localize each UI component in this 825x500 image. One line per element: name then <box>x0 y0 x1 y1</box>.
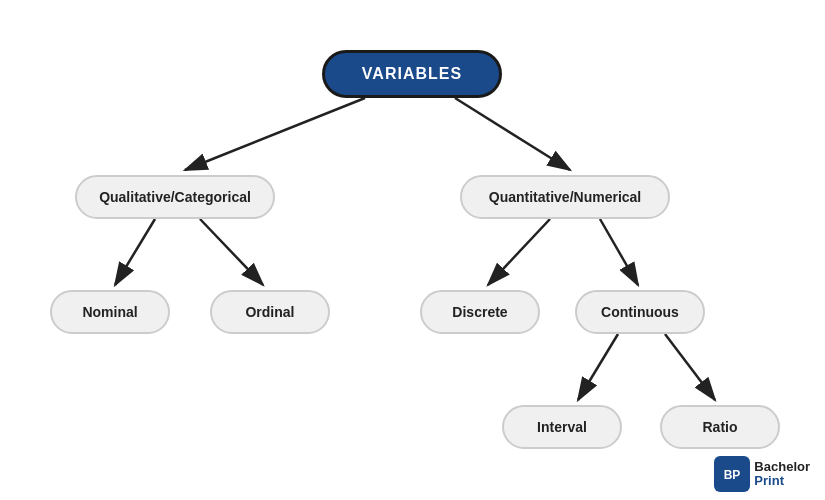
node-continuous: Continuous <box>575 290 705 334</box>
logo-text: Bachelor Print <box>754 460 810 489</box>
node-nominal: Nominal <box>50 290 170 334</box>
logo: BP Bachelor Print <box>714 456 810 492</box>
variables-diagram: VARIABLES Qualitative/Categorical Quanti… <box>0 0 825 500</box>
node-discrete: Discrete <box>420 290 540 334</box>
bp-logo-svg: BP <box>719 461 745 487</box>
svg-line-1 <box>185 98 365 170</box>
svg-line-2 <box>455 98 570 170</box>
node-interval: Interval <box>502 405 622 449</box>
svg-line-7 <box>578 334 618 400</box>
svg-line-5 <box>488 219 550 285</box>
svg-line-4 <box>200 219 263 285</box>
svg-text:BP: BP <box>724 468 741 482</box>
node-ordinal: Ordinal <box>210 290 330 334</box>
svg-line-8 <box>665 334 715 400</box>
logo-icon: BP <box>714 456 750 492</box>
svg-line-6 <box>600 219 638 285</box>
node-variables: VARIABLES <box>322 50 502 98</box>
node-quantitative: Quantitative/Numerical <box>460 175 670 219</box>
svg-line-3 <box>115 219 155 285</box>
node-ratio: Ratio <box>660 405 780 449</box>
node-qualitative: Qualitative/Categorical <box>75 175 275 219</box>
